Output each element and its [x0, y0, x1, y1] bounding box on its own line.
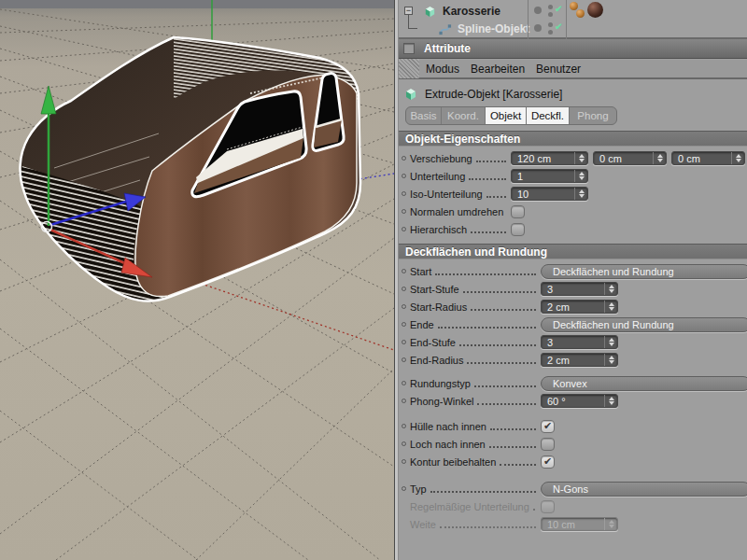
keyframe-circle[interactable]: [402, 227, 406, 231]
param-label: Ende: [410, 319, 434, 330]
panel-grip-icon[interactable]: [399, 59, 419, 78]
keyframe-circle: [402, 504, 406, 509]
start-radius-field[interactable]: 2 cm: [541, 300, 618, 314]
unterteilung-field[interactable]: 1: [511, 169, 588, 183]
keyframe-circle[interactable]: [402, 174, 406, 178]
enabled-check-icon[interactable]: ✔: [555, 4, 562, 14]
dotted-leader: [500, 464, 536, 466]
param-row-iso-unterteilung: Iso-Unterteilung 10: [399, 185, 747, 203]
menu-modus[interactable]: Modus: [426, 63, 459, 76]
param-label: Iso-Unterteilung: [410, 189, 483, 200]
iso-unterteilung-field[interactable]: 10: [511, 187, 588, 201]
texture-tag-icon[interactable]: [570, 2, 578, 10]
tab-phong[interactable]: Phong: [570, 107, 616, 124]
keyframe-circle[interactable]: [402, 209, 406, 214]
end-radius-field[interactable]: 2 cm: [541, 353, 618, 367]
stepper-arrows-icon[interactable]: [604, 354, 617, 366]
spline-object-icon: [438, 22, 452, 36]
phong-winkel-field[interactable]: 60 °: [541, 394, 618, 408]
keyframe-circle[interactable]: [402, 340, 406, 344]
menu-bearbeiten[interactable]: Bearbeiten: [471, 63, 525, 76]
layer-dot[interactable]: [534, 24, 542, 32]
expand-collapse-toggle[interactable]: −: [404, 7, 413, 15]
menu-benutzer[interactable]: Benutzer: [536, 63, 581, 76]
verschiebung-x-field[interactable]: 120 cm: [511, 151, 588, 165]
keyframe-circle[interactable]: [402, 287, 406, 291]
layer-dot[interactable]: [534, 7, 542, 14]
keyframe-circle[interactable]: [402, 322, 406, 327]
tab-koord[interactable]: Koord.: [442, 107, 486, 124]
stepper-arrows-icon[interactable]: [604, 336, 617, 348]
object-name[interactable]: Spline-Objekt: [458, 22, 529, 35]
param-label: Verschiebung: [410, 153, 472, 164]
viewport-3d[interactable]: [0, 0, 394, 560]
section-header-objekt[interactable]: Objekt-Eigenschaften: [399, 131, 747, 147]
hierarchisch-checkbox[interactable]: [511, 223, 525, 236]
attribute-title-bar[interactable]: Attribute: [399, 39, 747, 59]
stepper-arrows-icon[interactable]: [574, 188, 587, 200]
param-label: Kontur beibehalten: [410, 456, 496, 468]
object-item-karosserie[interactable]: Karosserie: [423, 3, 500, 20]
keyframe-circle[interactable]: [402, 441, 406, 446]
stepper-arrows-icon[interactable]: [731, 152, 744, 164]
start-dropdown[interactable]: Deckflächen und Rundung: [541, 264, 747, 279]
keyframe-circle[interactable]: [402, 486, 406, 491]
keyframe-circle[interactable]: [402, 156, 406, 161]
panel-title: Attribute: [424, 42, 471, 55]
section-header-deckflaechen[interactable]: Deckflächen und Rundung: [399, 244, 747, 259]
dotted-leader: [471, 309, 536, 311]
typ-dropdown[interactable]: N-Gons: [541, 482, 747, 497]
panel-widget-icon[interactable]: [403, 43, 415, 54]
stepper-arrows-icon[interactable]: [574, 170, 587, 182]
loch-nach-innen-checkbox[interactable]: [541, 438, 555, 451]
keyframe-circle[interactable]: [402, 191, 406, 196]
keyframe-circle: [402, 522, 406, 526]
normalen-umdrehen-checkbox[interactable]: [511, 205, 525, 218]
material-tag-icon[interactable]: [587, 2, 603, 18]
param-row-kontur-beibehalten: Kontur beibehalten: [399, 453, 747, 470]
param-row-verschiebung: Verschiebung 120 cm 0 cm 0 cm: [399, 149, 747, 167]
keyframe-circle[interactable]: [402, 459, 406, 464]
keyframe-circle[interactable]: [402, 269, 406, 273]
object-manager: − Karosserie Spline-Objekt: [399, 0, 747, 39]
selected-object-header: Extrude-Objekt [Karosserie]: [403, 85, 747, 104]
visibility-render-dot[interactable]: [548, 30, 553, 35]
end-stufe-field[interactable]: 3: [541, 335, 618, 349]
keyframe-circle[interactable]: [402, 304, 406, 309]
tab-basis[interactable]: Basis: [406, 107, 442, 124]
param-row-hierarchisch: Hierarchisch: [399, 220, 747, 238]
start-stufe-field[interactable]: 3: [541, 282, 618, 296]
huelle-nach-innen-checkbox[interactable]: [541, 420, 555, 433]
tab-objekt[interactable]: Objekt: [486, 107, 527, 124]
texture-tag-icon[interactable]: [576, 9, 585, 18]
stepper-arrows-icon[interactable]: [604, 301, 617, 313]
dotted-leader: [467, 362, 536, 364]
ende-dropdown[interactable]: Deckflächen und Rundung: [541, 317, 747, 332]
object-item-spline[interactable]: Spline-Objekt: [438, 21, 529, 37]
keyframe-circle[interactable]: [402, 424, 406, 428]
verschiebung-y-field[interactable]: 0 cm: [593, 151, 667, 165]
keyframe-circle[interactable]: [402, 381, 406, 385]
dotted-leader: [489, 446, 536, 448]
stepper-arrows-icon[interactable]: [604, 283, 617, 295]
stepper-arrows-icon[interactable]: [653, 152, 666, 164]
visibility-editor-dot[interactable]: [548, 22, 553, 27]
dotted-leader: [490, 428, 536, 430]
visibility-editor-dot[interactable]: [548, 5, 553, 9]
tab-deckfl[interactable]: Deckfl.: [527, 107, 570, 124]
stepper-arrows-icon[interactable]: [604, 395, 617, 407]
dotted-leader: [435, 273, 536, 275]
verschiebung-z-field[interactable]: 0 cm: [671, 151, 745, 165]
param-row-end-radius: End-Radius 2 cm: [399, 351, 747, 369]
visibility-render-dot[interactable]: [548, 12, 553, 17]
keyframe-circle[interactable]: [402, 357, 406, 362]
kontur-beibehalten-checkbox[interactable]: [541, 455, 555, 469]
param-label: Hülle nach innen: [410, 421, 486, 432]
object-name[interactable]: Karosserie: [443, 5, 500, 18]
stepper-arrows-icon[interactable]: [574, 152, 587, 164]
dotted-leader: [463, 291, 536, 293]
enabled-check-icon[interactable]: ✔: [555, 21, 562, 32]
rundungstyp-dropdown[interactable]: Konvex: [541, 376, 747, 391]
param-label: End-Radius: [410, 355, 463, 366]
keyframe-circle[interactable]: [402, 399, 406, 403]
